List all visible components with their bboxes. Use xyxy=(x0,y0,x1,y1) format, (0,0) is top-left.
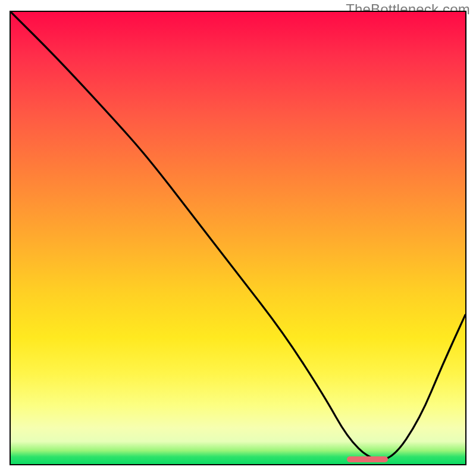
chart-container: TheBottleneck.com xyxy=(0,0,476,476)
optimum-highlight-bar xyxy=(347,456,388,462)
bottleneck-curve xyxy=(11,12,465,464)
plot-area xyxy=(11,12,465,464)
